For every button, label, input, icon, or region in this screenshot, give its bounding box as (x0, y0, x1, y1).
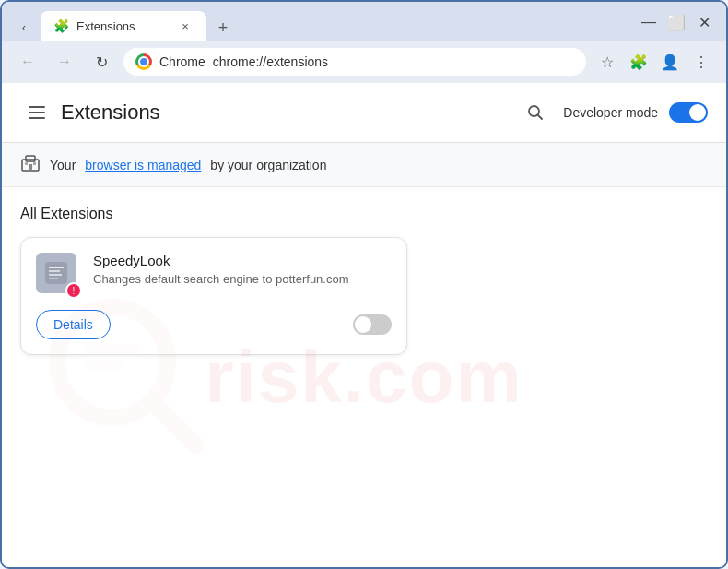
chrome-label-text: Chrome (159, 54, 205, 69)
sidebar-menu-button[interactable] (20, 96, 53, 129)
svg-line-8 (154, 404, 195, 445)
speedylook-icon (43, 260, 69, 286)
tab-title-text: Extensions (76, 19, 170, 33)
hamburger-line-3 (29, 117, 45, 119)
chrome-menu-button[interactable]: ⋮ (687, 48, 715, 76)
new-tab-button[interactable]: + (210, 15, 236, 41)
extension-actions: Details (36, 310, 392, 339)
developer-mode-toggle[interactable] (669, 102, 708, 123)
extension-info-row: ! SpeedyLook Changes default search engi… (36, 253, 392, 297)
extension-details: SpeedyLook Changes default search engine… (93, 253, 392, 286)
managed-text-prefix: Your (50, 158, 76, 172)
managed-banner: Your browser is managed by your organiza… (2, 143, 726, 187)
svg-rect-4 (29, 164, 32, 171)
tab-bar-left: ‹ (11, 15, 37, 41)
close-button[interactable]: ✕ (691, 9, 717, 35)
managed-link[interactable]: browser is managed (85, 158, 201, 172)
extensions-body: risk.com All Extensions (2, 187, 726, 567)
hamburger-line-1 (29, 106, 45, 108)
svg-rect-6 (33, 162, 36, 165)
svg-rect-3 (26, 156, 35, 161)
managed-icon (20, 152, 41, 177)
building-icon (20, 152, 41, 172)
tab-close-button[interactable]: × (177, 18, 194, 34)
chrome-logo-icon (135, 53, 152, 70)
managed-text-suffix: by your organization (210, 158, 326, 172)
svg-rect-12 (49, 267, 64, 268)
svg-line-1 (538, 115, 543, 120)
address-bar-icons: ☆ 🧩 👤 ⋮ (593, 48, 715, 76)
extension-description: Changes default search engine to potterf… (93, 272, 392, 286)
extensions-header: Extensions Developer mode (2, 83, 726, 143)
extension-icon-button[interactable]: 🧩 (625, 48, 652, 76)
url-text: chrome://extensions (213, 54, 328, 69)
hamburger-line-2 (29, 112, 45, 113)
tab-favicon-icon: 🧩 (53, 18, 69, 33)
svg-rect-5 (25, 162, 28, 165)
active-tab[interactable]: 🧩 Extensions × (41, 11, 206, 41)
extension-enable-toggle-knob (355, 316, 371, 333)
back-button[interactable]: ← (13, 47, 42, 77)
address-bar: ← → ↻ Chrome chrome://extensions ☆ 🧩 👤 ⋮ (2, 41, 726, 83)
browser-window: ‹ 🧩 Extensions × + — ⬜ ✕ ← → ↻ Chrome ch… (0, 0, 728, 569)
address-field[interactable]: Chrome chrome://extensions (123, 48, 586, 76)
header-right: Developer mode (519, 96, 708, 129)
svg-rect-10 (85, 361, 122, 370)
page-content: Extensions Developer mode (2, 83, 726, 567)
window-controls: — ⬜ ✕ (636, 9, 717, 41)
developer-mode-label: Developer mode (563, 105, 658, 120)
search-icon (526, 103, 545, 122)
page-title: Extensions (61, 101, 160, 124)
all-extensions-label: All Extensions (20, 206, 708, 222)
extension-name: SpeedyLook (93, 253, 392, 268)
svg-rect-14 (49, 274, 62, 276)
extension-card-speedylook: ! SpeedyLook Changes default search engi… (20, 237, 407, 355)
extension-details-button[interactable]: Details (36, 310, 111, 339)
developer-mode-toggle-knob (689, 104, 706, 121)
svg-rect-11 (45, 262, 67, 284)
extension-warning-badge: ! (65, 282, 82, 299)
forward-button[interactable]: → (50, 47, 79, 77)
extension-icon-wrapper: ! (36, 253, 80, 297)
search-extensions-button[interactable] (519, 96, 552, 129)
maximize-button[interactable]: ⬜ (663, 9, 689, 35)
profile-button[interactable]: 👤 (656, 48, 684, 76)
svg-rect-13 (49, 270, 60, 272)
tab-back-nav-button[interactable]: ‹ (11, 15, 37, 41)
reload-button[interactable]: ↻ (87, 47, 116, 77)
extension-enable-toggle[interactable] (353, 314, 392, 335)
title-bar: ‹ 🧩 Extensions × + — ⬜ ✕ (2, 2, 726, 41)
minimize-button[interactable]: — (636, 9, 662, 35)
svg-rect-15 (49, 278, 58, 279)
bookmark-star-button[interactable]: ☆ (593, 48, 621, 76)
